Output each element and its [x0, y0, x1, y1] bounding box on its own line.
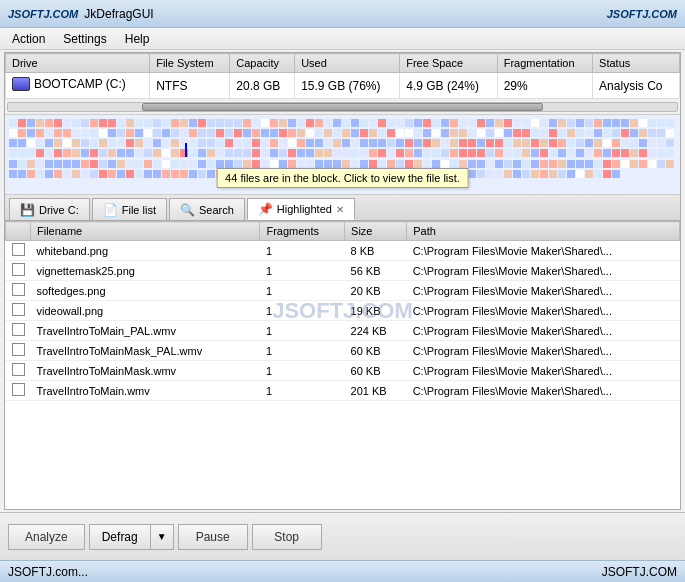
- disk-block[interactable]: [90, 149, 98, 157]
- disk-block[interactable]: [324, 160, 332, 168]
- file-scroll[interactable]: Filename Fragments Size Path whiteband.p…: [5, 221, 680, 401]
- disk-block[interactable]: [477, 170, 485, 178]
- disk-block[interactable]: [207, 149, 215, 157]
- disk-block[interactable]: [486, 160, 494, 168]
- disk-block[interactable]: [513, 129, 521, 137]
- disk-block[interactable]: [225, 119, 233, 127]
- disk-block[interactable]: [225, 149, 233, 157]
- disk-block[interactable]: [90, 170, 98, 178]
- disk-block[interactable]: [198, 119, 206, 127]
- disk-block[interactable]: [540, 160, 548, 168]
- disk-block[interactable]: [576, 170, 584, 178]
- disk-block[interactable]: [171, 119, 179, 127]
- disk-block[interactable]: [450, 139, 458, 147]
- disk-block[interactable]: [288, 129, 296, 137]
- disk-block[interactable]: [81, 149, 89, 157]
- disk-block[interactable]: [441, 119, 449, 127]
- disk-block[interactable]: [117, 139, 125, 147]
- disk-block[interactable]: [72, 149, 80, 157]
- disk-block[interactable]: [432, 129, 440, 137]
- disk-block[interactable]: [81, 170, 89, 178]
- disk-block[interactable]: [135, 160, 143, 168]
- disk-block[interactable]: [522, 149, 530, 157]
- disk-block[interactable]: [405, 160, 413, 168]
- disk-block[interactable]: [621, 160, 629, 168]
- disk-block[interactable]: [666, 139, 674, 147]
- disk-block[interactable]: [108, 129, 116, 137]
- disk-block[interactable]: [531, 170, 539, 178]
- disk-block[interactable]: [657, 129, 665, 137]
- disk-block[interactable]: [27, 139, 35, 147]
- disk-block[interactable]: [540, 149, 548, 157]
- disk-block[interactable]: [225, 160, 233, 168]
- disk-block[interactable]: [630, 139, 638, 147]
- disk-block[interactable]: [585, 139, 593, 147]
- disk-block[interactable]: [72, 160, 80, 168]
- disk-block[interactable]: [612, 129, 620, 137]
- disk-block[interactable]: [288, 139, 296, 147]
- disk-block[interactable]: [459, 160, 467, 168]
- disk-block[interactable]: [9, 119, 17, 127]
- disk-block[interactable]: [27, 160, 35, 168]
- disk-block[interactable]: [18, 170, 26, 178]
- disk-block[interactable]: [324, 149, 332, 157]
- disk-block[interactable]: [27, 119, 35, 127]
- disk-block[interactable]: [450, 149, 458, 157]
- disk-block[interactable]: [423, 160, 431, 168]
- disk-block[interactable]: [306, 160, 314, 168]
- disk-block[interactable]: [369, 119, 377, 127]
- disk-block[interactable]: [189, 149, 197, 157]
- disk-block[interactable]: [648, 129, 656, 137]
- disk-block[interactable]: [126, 119, 134, 127]
- row-checkbox[interactable]: [6, 341, 31, 361]
- disk-block[interactable]: [153, 160, 161, 168]
- disk-block[interactable]: [216, 129, 224, 137]
- disk-block[interactable]: [621, 119, 629, 127]
- disk-block[interactable]: [549, 149, 557, 157]
- disk-block[interactable]: [243, 139, 251, 147]
- disk-block[interactable]: [468, 160, 476, 168]
- disk-block[interactable]: [63, 129, 71, 137]
- disk-block[interactable]: [549, 139, 557, 147]
- disk-block[interactable]: [216, 139, 224, 147]
- disk-block[interactable]: [576, 160, 584, 168]
- disk-block[interactable]: [648, 149, 656, 157]
- disk-block[interactable]: [72, 129, 80, 137]
- disk-block[interactable]: [594, 170, 602, 178]
- disk-block[interactable]: [216, 149, 224, 157]
- defrag-button[interactable]: Defrag: [89, 524, 150, 550]
- disk-block[interactable]: [18, 139, 26, 147]
- disk-block[interactable]: [495, 139, 503, 147]
- disk-block[interactable]: [387, 160, 395, 168]
- disk-block[interactable]: [315, 160, 323, 168]
- disk-block[interactable]: [333, 160, 341, 168]
- disk-block[interactable]: [540, 129, 548, 137]
- disk-block[interactable]: [45, 149, 53, 157]
- disk-block[interactable]: [315, 129, 323, 137]
- table-row[interactable]: TravelIntroToMainMask_PAL.wmv 1 60 KB C:…: [6, 341, 680, 361]
- disk-block[interactable]: [333, 149, 341, 157]
- disk-block[interactable]: [207, 170, 215, 178]
- disk-block[interactable]: [585, 160, 593, 168]
- disk-block[interactable]: [495, 170, 503, 178]
- disk-block[interactable]: [36, 160, 44, 168]
- disk-block[interactable]: [144, 170, 152, 178]
- disk-block[interactable]: [621, 129, 629, 137]
- disk-block[interactable]: [387, 119, 395, 127]
- disk-block[interactable]: [522, 160, 530, 168]
- disk-block[interactable]: [297, 129, 305, 137]
- disk-block[interactable]: [279, 129, 287, 137]
- disk-block[interactable]: [540, 119, 548, 127]
- table-row[interactable]: whiteband.png 1 8 KB C:\Program Files\Mo…: [6, 241, 680, 261]
- disk-block[interactable]: [162, 139, 170, 147]
- disk-block[interactable]: [351, 129, 359, 137]
- table-row[interactable]: softedges.png 1 20 KB C:\Program Files\M…: [6, 281, 680, 301]
- disk-block[interactable]: [180, 119, 188, 127]
- disk-block[interactable]: [594, 139, 602, 147]
- disk-block[interactable]: [504, 149, 512, 157]
- disk-block[interactable]: [171, 170, 179, 178]
- disk-block[interactable]: [513, 139, 521, 147]
- disk-block[interactable]: [36, 170, 44, 178]
- disk-block[interactable]: [396, 139, 404, 147]
- disk-block[interactable]: [198, 139, 206, 147]
